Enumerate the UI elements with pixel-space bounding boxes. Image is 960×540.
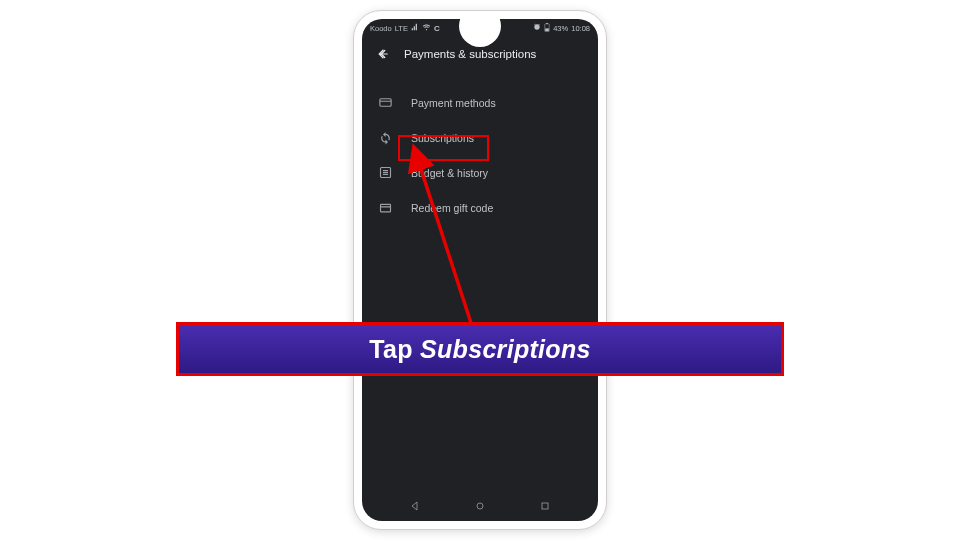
menu-item-redeem-gift-code[interactable]: Redeem gift code — [362, 190, 598, 225]
card-icon — [378, 95, 393, 110]
android-nav-bar — [362, 491, 598, 521]
alarm-icon — [533, 23, 541, 33]
nav-home-button[interactable] — [473, 499, 487, 513]
callout-text: Tap Subscriptions — [369, 335, 590, 364]
page-title: Payments & subscriptions — [404, 48, 536, 60]
menu-item-payment-methods[interactable]: Payment methods — [362, 85, 598, 120]
svg-rect-14 — [542, 503, 548, 509]
callout-emphasis: Subscriptions — [420, 335, 591, 363]
menu-item-label: Redeem gift code — [411, 202, 493, 214]
wifi-icon — [422, 23, 431, 33]
menu-item-budget-history[interactable]: Budget & history — [362, 155, 598, 190]
phone-frame: Koodo LTE C 43% 10:08 — [353, 10, 607, 530]
menu-item-label: Payment methods — [411, 97, 496, 109]
phone-screen: Koodo LTE C 43% 10:08 — [362, 19, 598, 521]
svg-rect-1 — [546, 23, 548, 24]
svg-rect-2 — [545, 28, 549, 31]
svg-rect-4 — [380, 99, 391, 107]
svg-rect-10 — [381, 204, 391, 212]
menu-item-label: Budget & history — [411, 167, 488, 179]
list-icon — [378, 165, 393, 180]
clock-time: 10:08 — [571, 24, 590, 33]
nav-recents-button[interactable] — [538, 499, 552, 513]
status-left: Koodo LTE C — [370, 23, 440, 33]
svg-marker-12 — [412, 502, 417, 510]
back-button[interactable] — [376, 47, 390, 61]
menu-list: Payment methods Subscriptions Budget & h… — [362, 79, 598, 231]
status-right: 43% 10:08 — [533, 23, 590, 34]
callout-prefix: Tap — [369, 335, 420, 363]
signal-icon — [411, 23, 419, 33]
callout-banner: Tap Subscriptions — [176, 322, 784, 376]
carrier-label: Koodo — [370, 24, 392, 33]
nav-back-button[interactable] — [408, 499, 422, 513]
battery-icon — [544, 23, 550, 34]
svg-point-13 — [477, 503, 483, 509]
menu-item-label: Subscriptions — [411, 132, 474, 144]
battery-percent: 43% — [553, 24, 568, 33]
sync-icon — [378, 130, 393, 145]
menu-item-subscriptions[interactable]: Subscriptions — [362, 120, 598, 155]
lte-label: LTE — [395, 24, 408, 33]
gift-icon — [378, 200, 393, 215]
letter-c-icon: C — [434, 24, 440, 33]
